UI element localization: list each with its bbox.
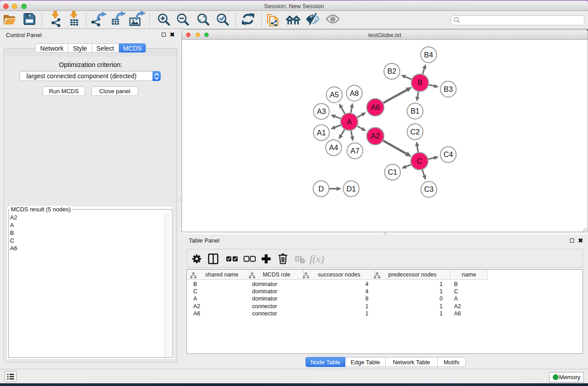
svg-text:B1: B1 xyxy=(411,107,420,115)
svg-text:A6: A6 xyxy=(371,103,380,111)
svg-text:A2: A2 xyxy=(371,132,380,140)
svg-text:C3: C3 xyxy=(424,185,434,193)
svg-text:A: A xyxy=(347,118,352,126)
svg-text:A8: A8 xyxy=(350,89,359,97)
svg-text:A4: A4 xyxy=(329,143,338,152)
svg-text:A1: A1 xyxy=(317,129,326,137)
svg-text:A7: A7 xyxy=(350,147,359,155)
svg-text:A3: A3 xyxy=(317,107,326,115)
svg-text:B3: B3 xyxy=(444,85,453,93)
svg-text:C4: C4 xyxy=(444,150,453,158)
svg-text:B: B xyxy=(417,78,422,86)
svg-text:D: D xyxy=(318,185,324,193)
svg-text:D1: D1 xyxy=(346,185,356,193)
svg-text:A5: A5 xyxy=(330,91,339,99)
svg-text:B2: B2 xyxy=(387,67,397,75)
svg-text:C1: C1 xyxy=(388,168,397,176)
svg-text:B4: B4 xyxy=(424,51,433,59)
svg-text:C2: C2 xyxy=(410,128,420,136)
svg-text:C: C xyxy=(417,157,422,165)
